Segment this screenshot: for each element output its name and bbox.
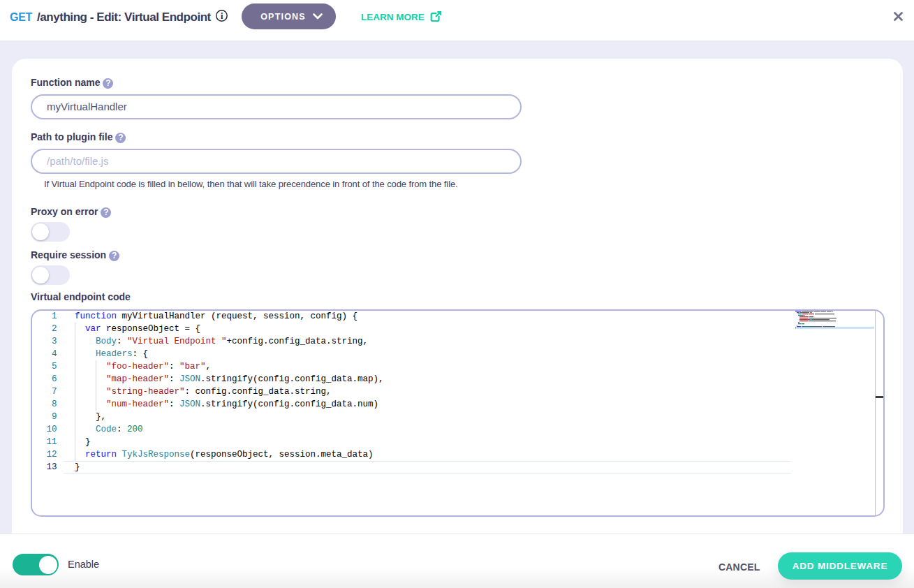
svg-text:i: i xyxy=(221,11,223,21)
